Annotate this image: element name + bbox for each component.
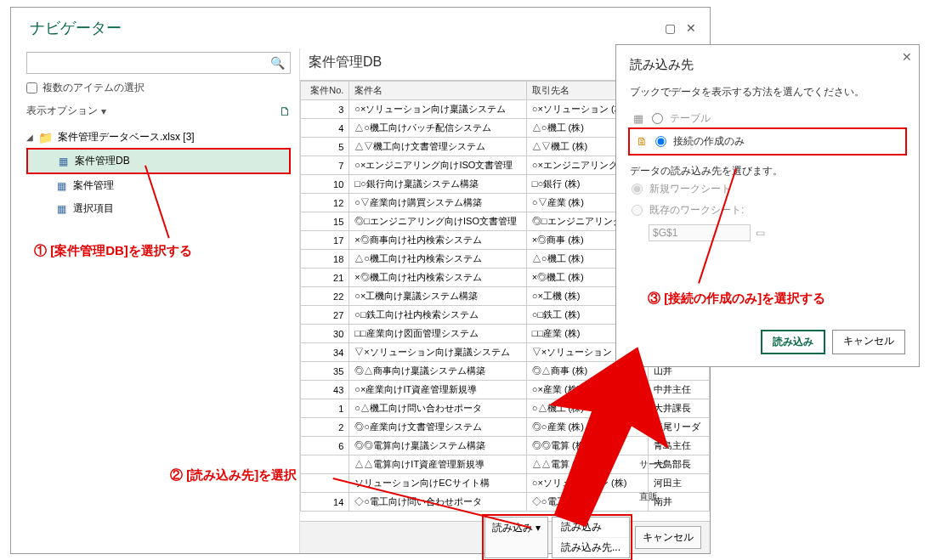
table-cell: △○機工向けパッチ配信システム xyxy=(349,119,527,138)
navigator-title: ナビゲーター xyxy=(20,13,132,43)
hint-direct: 直販 xyxy=(639,490,658,503)
display-options-label: 表示オプション xyxy=(26,104,98,118)
navigator-left-pane: 🔍 複数のアイテムの選択 表示オプション ▾ 🗋 ◢ 📁 案件管理データベース.… xyxy=(11,48,300,553)
table-cell: △▽機工向け文書管理システム xyxy=(349,138,527,156)
close-icon[interactable]: ✕ xyxy=(902,50,912,64)
range-picker-icon[interactable]: ▭ xyxy=(756,227,765,239)
tree-item[interactable]: ▦案件管理 xyxy=(26,174,291,197)
cancel-button[interactable]: キャンセル xyxy=(635,526,701,549)
close-icon[interactable]: ✕ xyxy=(686,21,696,35)
window-controls: ▢ ✕ xyxy=(665,21,701,35)
table-cell: ×◎機工向け社内検索システム xyxy=(349,269,527,287)
multiselect-checkbox[interactable] xyxy=(26,82,37,93)
table-cell: 18 xyxy=(301,250,349,269)
hint-svc: サービ xyxy=(639,458,667,471)
table-cell: 14 xyxy=(301,493,349,512)
table-cell: 43 xyxy=(301,381,349,399)
radio-table[interactable] xyxy=(652,113,663,124)
radio-existing-sheet-row[interactable]: 既存のワークシート: xyxy=(630,200,905,221)
table-cell: ▽×ソリューション向け稟議システム xyxy=(349,343,527,362)
table-cell: ○△機工 (株) xyxy=(526,399,648,418)
table-cell: 1 xyxy=(301,399,349,418)
search-icon[interactable]: 🔍 xyxy=(270,56,285,70)
table-cell: ◎○産業向け文書管理システム xyxy=(349,418,527,437)
table-cell: 22 xyxy=(301,287,349,306)
table-cell xyxy=(301,474,349,493)
title-bar: ナビゲーター ▢ ✕ xyxy=(11,8,710,48)
tree-item-label: 案件管理 xyxy=(73,178,114,193)
table-cell: ○□鉄工向け社内検索システム xyxy=(349,306,527,325)
table-row[interactable]: 1○△機工向け問い合わせポータ○△機工 (株)大井課長 xyxy=(301,399,710,418)
menu-item-load-to[interactable]: 読み込み先... xyxy=(552,538,629,557)
load-to-dialog: ✕ 読み込み先 ブックでデータを表示する方法を選んでください。 ▦ テーブル 🗎… xyxy=(615,44,920,367)
radio-connection-only-row[interactable]: 🗎 接続の作成のみ xyxy=(633,131,902,152)
multiselect-label: 複数のアイテムの選択 xyxy=(42,81,144,95)
table-row[interactable]: 2◎○産業向け文書管理システム◎○産業 (株)森尾リーダ xyxy=(301,418,710,437)
search-input[interactable] xyxy=(32,56,265,70)
table-cell xyxy=(301,455,349,474)
table-cell: 中井主任 xyxy=(649,381,710,399)
table-cell: ソリューション向けECサイト構 xyxy=(349,474,527,493)
table-cell: □○銀行向け稟議システム構築 xyxy=(349,175,527,194)
refresh-icon[interactable]: 🗋 xyxy=(279,105,291,118)
cell-ref-input[interactable] xyxy=(649,224,751,241)
table-cell: ◎□エンジニアリング向けISO文書管理 xyxy=(349,212,527,231)
table-row[interactable]: 6◎◎電算向け稟議システム構築◎◎電算 (株)青島主任 xyxy=(301,437,710,455)
table-cell: ◇○電工 (株) xyxy=(526,493,648,512)
radio-new-sheet-row[interactable]: 新規ワークシート xyxy=(630,178,905,200)
radio-connection-only[interactable] xyxy=(655,136,666,147)
radio-table-row[interactable]: ▦ テーブル xyxy=(630,108,905,129)
table-row[interactable]: 43○×産業向けIT資産管理新規導○×産業 (株)中井主任 xyxy=(301,381,710,399)
connection-icon: 🗎 xyxy=(635,135,649,149)
table-cell: □□産業向け図面管理システム xyxy=(349,325,527,343)
table-cell: 4 xyxy=(301,119,349,138)
search-row[interactable]: 🔍 xyxy=(26,52,291,74)
tree-root-label: 案件管理データベース.xlsx [3] xyxy=(58,130,195,144)
navigator-footer: 読み込み ▾ 読み込み 読み込み先... キャンセル xyxy=(300,521,710,553)
radio-table-label: テーブル xyxy=(670,111,711,126)
column-header[interactable]: 案件No. xyxy=(301,82,349,100)
table-cell: ◎◎電算 (株) xyxy=(526,437,648,455)
navigator-tree: ◢ 📁 案件管理データベース.xlsx [3] ▦案件管理DB▦案件管理▦選択項… xyxy=(26,127,291,220)
radio-new-sheet[interactable] xyxy=(632,184,643,195)
table-cell: 森尾リーダ xyxy=(649,418,710,437)
table-cell: 30 xyxy=(301,325,349,343)
chevron-down-icon[interactable]: ▾ xyxy=(101,105,106,117)
folder-icon: 📁 xyxy=(38,131,53,144)
table-icon: ▦ xyxy=(59,156,68,167)
dialog-load-button[interactable]: 読み込み xyxy=(761,330,825,354)
table-cell: 34 xyxy=(301,343,349,362)
table-cell: ◎◎電算向け稟議システム構築 xyxy=(349,437,527,455)
tree-root[interactable]: ◢ 📁 案件管理データベース.xlsx [3] xyxy=(26,127,291,148)
table-cell: 27 xyxy=(301,306,349,325)
tree-item[interactable]: ▦案件管理DB xyxy=(26,148,291,174)
table-cell: 21 xyxy=(301,269,349,287)
load-split-menu: 読み込み 読み込み先... xyxy=(552,517,630,558)
tree-item-label: 選択項目 xyxy=(73,201,114,216)
tree-item[interactable]: ▦選択項目 xyxy=(26,197,291,220)
tree-expand-icon[interactable]: ◢ xyxy=(26,133,33,142)
display-options-row[interactable]: 表示オプション ▾ 🗋 xyxy=(26,104,291,118)
table-cell: 35 xyxy=(301,362,349,381)
table-cell: ○×ソリューション向け稟議システム xyxy=(349,100,527,119)
table-cell: 7 xyxy=(301,156,349,175)
navigator-window: ナビゲーター ▢ ✕ 🔍 複数のアイテムの選択 表示オプション ▾ 🗋 xyxy=(10,7,711,554)
maximize-icon[interactable]: ▢ xyxy=(665,21,676,35)
radio-existing-sheet[interactable] xyxy=(632,205,643,216)
table-cell: 青島主任 xyxy=(649,437,710,455)
table-cell: △○機工向け社内検索システム xyxy=(349,250,527,269)
load-split-button[interactable]: 読み込み ▾ xyxy=(484,517,548,558)
load-dialog-footer: 読み込み キャンセル xyxy=(630,330,905,354)
multiselect-checkbox-row[interactable]: 複数のアイテムの選択 xyxy=(26,81,291,95)
table-cell: ○×産業向けIT資産管理新規導 xyxy=(349,381,527,399)
table-cell: 大井課長 xyxy=(649,399,710,418)
table-cell: 5 xyxy=(301,138,349,156)
load-dialog-prompt: ブックでデータを表示する方法を選んでください。 xyxy=(630,85,905,99)
table-cell: ◎△商事向け稟議システム構築 xyxy=(349,362,527,381)
table-cell: 3 xyxy=(301,100,349,119)
dialog-cancel-button[interactable]: キャンセル xyxy=(832,330,905,354)
table-cell: ○×産業 (株) xyxy=(526,381,648,399)
dest-prompt: データの読み込み先を選びます。 xyxy=(630,164,905,178)
column-header[interactable]: 案件名 xyxy=(349,82,527,100)
table-cell: 15 xyxy=(301,212,349,231)
